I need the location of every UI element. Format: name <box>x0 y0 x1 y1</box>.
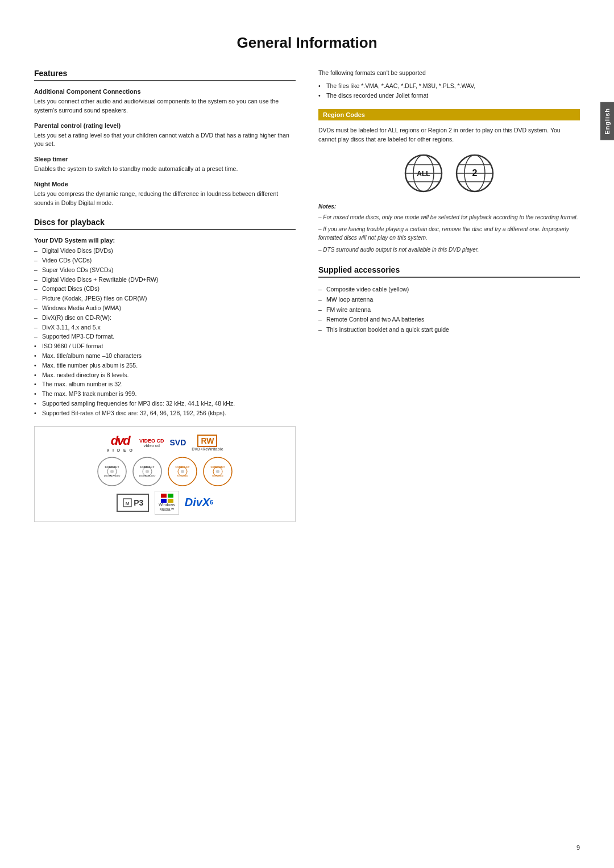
note-3: – DTS surround audio output is not avail… <box>318 245 580 254</box>
list-item: Supported MP3-CD format. <box>34 332 296 341</box>
additional-connections-title: Additional Component Connections <box>34 88 296 95</box>
list-item: The max. MP3 track number is 999. <box>34 389 296 399</box>
note-1: – For mixed mode discs, only one mode wi… <box>318 213 580 222</box>
accessories-list: Composite video cable (yellow) MW loop a… <box>318 285 580 335</box>
list-item: The max. album number is 32. <box>34 379 296 389</box>
svg-point-12 <box>181 470 184 473</box>
svcd-logo: SVD <box>169 438 186 447</box>
list-item: FM wire antenna <box>318 305 580 315</box>
svg-text:Recordable: Recordable <box>177 474 189 477</box>
region-2-icon: 2 <box>455 153 495 193</box>
top-logos-row: dvd V I D E O VIDEO CD video cd SVD <box>106 433 223 452</box>
svg-rect-25 <box>168 499 173 503</box>
list-item: DivX(R) disc on CD-R(W): <box>34 313 296 323</box>
list-item: Supported Bit-rates of MP3 disc are: 32,… <box>34 408 296 418</box>
svg-text:2: 2 <box>472 168 478 178</box>
list-item: Compact Discs (CDs) <box>34 284 296 294</box>
list-item: This instruction booklet and a quick sta… <box>318 325 580 335</box>
bottom-logos-row: M P3 Windows Media™ <box>117 491 213 515</box>
svg-text:COMPACT: COMPACT <box>211 465 225 469</box>
windows-media-logo: Windows Media™ <box>155 491 179 515</box>
right-column: The following formats can't be supported… <box>318 69 580 522</box>
list-item: MW loop antenna <box>318 295 580 305</box>
sleep-timer-title: Sleep timer <box>34 156 296 162</box>
disc-dash-list: Digital Video Discs (DVDs) Video CDs (VC… <box>34 246 296 418</box>
discs-header: Discs for playback <box>34 218 296 230</box>
videocd-logo: VIDEO CD video cd <box>139 438 164 448</box>
list-item: The files like *.VMA, *.AAC, *.DLF, *.M3… <box>318 81 580 91</box>
svg-point-17 <box>216 470 219 473</box>
mp3-logo: M P3 <box>117 494 149 512</box>
region-codes-text: DVDs must be labeled for ALL regions or … <box>318 126 580 144</box>
rw-logo: RW DVD+ReWritable <box>192 435 223 451</box>
list-item: Remote Control and two AA batteries <box>318 315 580 325</box>
region-icons: ALL 2 <box>318 153 580 193</box>
formats-intro: The following formats can't be supported <box>318 69 580 78</box>
dvd-system-label: Your DVD System will play: <box>34 237 296 244</box>
page-number: 9 <box>576 844 580 851</box>
notes-section: Notes: – For mixed mode discs, only one … <box>318 202 580 254</box>
svg-text:ALL: ALL <box>417 170 430 178</box>
svg-rect-22 <box>161 494 167 498</box>
compact-disc-row: COMPACT DIGITAL VIDEO COMPACT DIGITAL AU… <box>97 457 233 486</box>
dvd-logo: dvd V I D E O <box>106 433 134 452</box>
svg-rect-24 <box>161 499 167 503</box>
list-item: Picture (Kodak, JPEG) files on CDR(W) <box>34 294 296 303</box>
list-item: Digital Video Discs (DVDs) <box>34 246 296 256</box>
night-mode-title: Night Mode <box>34 181 296 187</box>
list-item: Max. title/album name –10 characters <box>34 351 296 361</box>
list-item: Max. title number plus album is 255. <box>34 361 296 370</box>
region-all-icon: ALL <box>404 153 443 193</box>
disc-logos-box: dvd V I D E O VIDEO CD video cd SVD <box>34 426 296 523</box>
list-item: Windows Media Audio (WMA) <box>34 303 296 313</box>
sleep-timer-text: Enables the system to switch to standby … <box>34 165 296 174</box>
cd-digital-audio: COMPACT DIGITAL AUDIO <box>132 457 162 486</box>
svg-text:M: M <box>126 501 130 506</box>
list-item: ISO 9660 / UDF format <box>34 341 296 351</box>
svg-text:DIGITAL AUDIO: DIGITAL AUDIO <box>139 474 156 477</box>
svg-point-7 <box>146 470 149 473</box>
svg-text:COMPACT: COMPACT <box>105 465 119 469</box>
parental-control-title: Parental control (rating level) <box>34 122 296 129</box>
cd-rewritable: COMPACT ReWritable <box>203 457 233 486</box>
list-item: Composite video cable (yellow) <box>318 285 580 295</box>
list-item: Super Video CDs (SVCDs) <box>34 265 296 275</box>
cd-digital-video: COMPACT DIGITAL VIDEO <box>97 457 127 486</box>
list-item: The discs recorded under Joliet format <box>318 91 580 101</box>
page-title: General Information <box>34 34 580 52</box>
accessories-section: Supplied accessories Composite video cab… <box>318 265 580 335</box>
svg-point-2 <box>110 470 114 473</box>
svg-text:COMPACT: COMPACT <box>176 465 190 469</box>
notes-label: Notes: <box>318 202 580 211</box>
additional-connections-text: Lets you connect other audio and audio/v… <box>34 97 296 115</box>
list-item: DivX 3.11, 4.x and 5.x <box>34 323 296 332</box>
formats-list: The files like *.VMA, *.AAC, *.DLF, *.M3… <box>318 81 580 101</box>
list-item: Video CDs (VCDs) <box>34 256 296 265</box>
note-2: – If you are having trouble playing a ce… <box>318 225 580 242</box>
list-item: Supported sampling frequencies for MP3 d… <box>34 399 296 408</box>
svg-rect-23 <box>168 494 173 498</box>
divx-logo: DivX 6 <box>185 496 213 509</box>
svg-text:ReWritable: ReWritable <box>212 474 223 477</box>
svg-text:COMPACT: COMPACT <box>140 465 155 469</box>
accessories-header: Supplied accessories <box>318 265 580 278</box>
list-item: Digital Video Discs + Rewritable (DVD+RW… <box>34 275 296 285</box>
features-header: Features <box>34 69 296 81</box>
cd-recordable: COMPACT Recordable <box>168 457 197 486</box>
list-item: Max. nested directory is 8 levels. <box>34 370 296 380</box>
night-mode-text: Lets you compress the dynamic range, red… <box>34 190 296 208</box>
formats-section: The following formats can't be supported… <box>318 69 580 100</box>
language-tab: English <box>600 102 614 140</box>
region-codes-header: Region Codes <box>318 109 580 120</box>
parental-control-text: Lets you set a rating level so that your… <box>34 131 296 149</box>
svg-text:DIGITAL VIDEO: DIGITAL VIDEO <box>104 474 121 477</box>
left-column: Features Additional Component Connection… <box>34 69 296 522</box>
